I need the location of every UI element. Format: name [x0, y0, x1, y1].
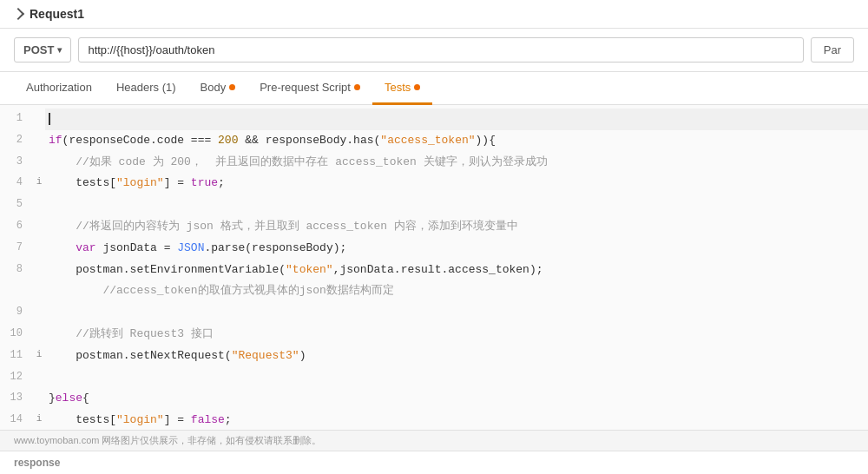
code-line: 3 //如果 code 为 200， 并且返回的数据中存在 access_tok…	[0, 152, 868, 174]
code-line: 6 //将返回的内容转为 json 格式，并且取到 access_token 内…	[0, 216, 868, 238]
request-header-bar: Request1	[0, 0, 868, 29]
code-line: 7 var jsonData = JSON.parse(responseBody…	[0, 238, 868, 260]
code-line: 5	[0, 194, 868, 216]
tabs-bar: Authorization Headers (1) Body Pre-reque…	[0, 72, 868, 105]
code-line: 13 }else{	[0, 388, 868, 410]
code-line: 2 if(responseCode.code === 200 && respon…	[0, 130, 868, 152]
method-text: POST	[23, 43, 54, 56]
tab-prerequest[interactable]: Pre-request Script	[247, 72, 372, 105]
tests-tab-dot	[414, 84, 420, 90]
tab-body[interactable]: Body	[188, 72, 248, 105]
app-container: Request1 POST ▾ Par Authorization Header…	[0, 0, 868, 474]
watermark: www.toymoban.com 网络图片仅供展示，非存储，如有侵权请联系删除。	[0, 430, 868, 451]
response-label: response	[0, 451, 868, 474]
code-editor[interactable]: 1 2 if(responseCode.code === 200 && resp…	[0, 105, 868, 430]
prerequest-tab-dot	[354, 84, 360, 90]
request-toggle-icon[interactable]	[12, 8, 24, 20]
url-input[interactable]	[78, 37, 803, 63]
par-button[interactable]: Par	[811, 37, 854, 63]
code-line: 8 postman.setEnvironmentVariable("token"…	[0, 260, 868, 281]
chevron-down-icon: ▾	[57, 45, 62, 55]
code-line: 4 i tests["login"] = true;	[0, 173, 868, 194]
tab-tests[interactable]: Tests	[372, 72, 432, 105]
code-line: 10 //跳转到 Request3 接口	[0, 324, 868, 346]
code-line: 1	[0, 109, 868, 130]
url-bar: POST ▾ Par	[0, 29, 868, 72]
code-lines: 1 2 if(responseCode.code === 200 && resp…	[0, 105, 868, 430]
code-line: 11 i postman.setNextRequest("Request3")	[0, 346, 868, 367]
code-line: 9	[0, 302, 868, 324]
tab-authorization[interactable]: Authorization	[14, 72, 104, 105]
method-selector[interactable]: POST ▾	[14, 37, 71, 63]
body-tab-dot	[229, 84, 235, 90]
code-line: 14 i tests["login"] = false;	[0, 410, 868, 430]
tab-headers[interactable]: Headers (1)	[104, 72, 188, 105]
code-line: 12	[0, 367, 868, 389]
request-name: Request1	[30, 7, 84, 21]
code-line: //access_token的取值方式视具体的json数据结构而定	[0, 280, 868, 302]
